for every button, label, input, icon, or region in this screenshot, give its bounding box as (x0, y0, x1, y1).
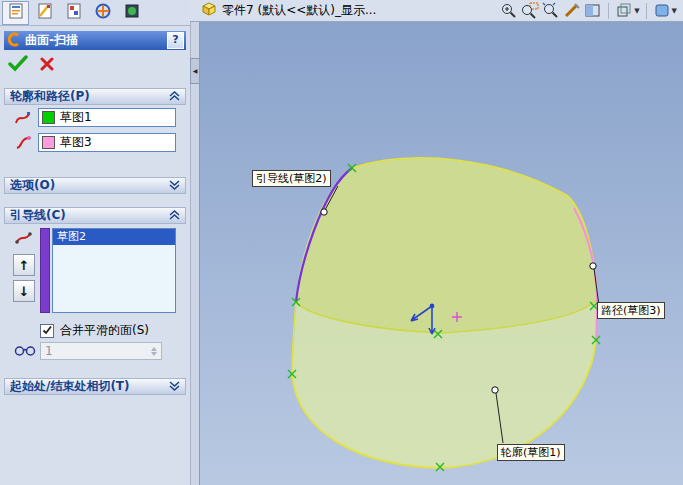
profile-color-swatch (42, 111, 55, 124)
move-up-button[interactable]: ↑ (13, 254, 35, 276)
merge-faces-row: 合并平滑的面(S) (40, 322, 149, 339)
document-info: 零件7 (默认<<默认)_显示... (202, 2, 376, 19)
chevron-down-icon (169, 380, 180, 394)
help-button[interactable]: ? (167, 32, 184, 49)
sweep-surface-icon (6, 32, 21, 50)
guide-attach-point (321, 209, 327, 215)
move-down-button[interactable]: ↓ (13, 280, 35, 302)
viewport-header: 零件7 (默认<<默认)_显示... ▼ (190, 0, 683, 22)
group-label: 选项(O) (10, 177, 169, 194)
path-icon (14, 135, 32, 151)
view-orientation-icon[interactable]: ▼ (615, 2, 639, 19)
document-title: 零件7 (默认<<默认)_显示... (222, 2, 376, 19)
panel-title: 曲面-扫描 (25, 32, 167, 49)
profile-attach-point (492, 387, 498, 393)
guide-curve-icon (15, 230, 33, 246)
list-item-selected[interactable]: 草图2 (53, 229, 175, 245)
tab-featuremanager[interactable] (31, 1, 58, 25)
cancel-icon (40, 60, 54, 74)
property-manager-panel: 曲面-扫描 ? 轮廓和路径(P) (0, 26, 190, 485)
group-header-options[interactable]: 选项(O) (4, 177, 186, 194)
group-label: 引导线(C) (10, 207, 169, 224)
select-wand-icon[interactable] (563, 2, 581, 19)
configurationmanager-tab-icon (65, 2, 83, 23)
toolbar-separator (646, 3, 647, 19)
dimxpertmanager-tab-icon (94, 2, 112, 23)
group-header-profile-path[interactable]: 轮廓和路径(P) (4, 88, 186, 105)
section-view-icon[interactable] (584, 2, 602, 19)
down-arrow-icon: ↓ (19, 284, 30, 299)
path-attach-point (590, 263, 596, 269)
show-sections-spinner[interactable]: 1 (40, 342, 162, 360)
checkmark-icon (42, 324, 52, 338)
zoom-fit-icon[interactable] (542, 2, 560, 19)
guide-color-bar (40, 228, 50, 313)
path-field[interactable]: 草图3 (38, 133, 176, 152)
profile-icon (14, 110, 32, 126)
display-style-icon[interactable]: ▼ (653, 2, 677, 19)
chevron-down-icon: ▼ (672, 7, 677, 15)
merge-faces-checkbox[interactable] (40, 324, 54, 338)
tab-dimxpertmanager[interactable] (89, 1, 116, 25)
group-label: 起始处/结束处相切(T) (10, 378, 169, 395)
tab-propertymanager[interactable] (2, 1, 29, 25)
part-icon (202, 2, 217, 19)
up-arrow-icon: ↑ (19, 258, 30, 273)
profile-field[interactable]: 草图1 (38, 108, 176, 127)
merge-faces-label: 合并平滑的面(S) (60, 322, 149, 339)
panel-collapse-button[interactable]: ◀ (190, 58, 200, 84)
zoom-in-out-icon[interactable] (500, 2, 518, 19)
ok-button[interactable] (8, 55, 28, 75)
manager-tabbar (0, 0, 190, 26)
chevron-down-icon: ▼ (634, 7, 639, 15)
toolbar-separator (608, 3, 609, 19)
eyeglasses-icon[interactable] (14, 344, 32, 360)
callout-guide-curve[interactable]: 引导线(草图2) (252, 170, 331, 187)
spinner-arrows-icon[interactable] (151, 347, 157, 356)
spinner-value: 1 (45, 344, 53, 358)
view-toolbar: ▼ ▼ (500, 2, 677, 19)
panel-splitter[interactable] (190, 22, 200, 485)
graphics-viewport[interactable] (200, 22, 683, 485)
propertymanager-tab-icon (7, 2, 25, 23)
tab-configurationmanager[interactable] (60, 1, 87, 25)
path-value: 草图3 (60, 134, 92, 151)
group-header-guide-curves[interactable]: 引导线(C) (4, 207, 186, 224)
viewport-canvas (200, 22, 683, 485)
callout-profile[interactable]: 轮廓(草图1) (497, 444, 565, 461)
profile-value: 草图1 (60, 109, 92, 126)
app-window: 曲面-扫描 ? 轮廓和路径(P) (0, 0, 683, 485)
collapse-left-icon: ◀ (193, 67, 198, 74)
group-header-tangency[interactable]: 起始处/结束处相切(T) (4, 378, 186, 395)
callout-path[interactable]: 路径(草图3) (597, 302, 665, 319)
cancel-button[interactable] (40, 57, 54, 74)
chevron-down-icon (169, 179, 180, 193)
guide-curves-listbox[interactable]: 草图2 (52, 228, 176, 313)
path-color-swatch (42, 136, 55, 149)
group-label: 轮廓和路径(P) (10, 88, 169, 105)
panel-title-bar: 曲面-扫描 ? (4, 31, 186, 50)
tab-displaymanager[interactable] (118, 1, 145, 25)
zoom-area-icon[interactable] (521, 2, 539, 19)
featuremanager-tab-icon (36, 2, 54, 23)
ok-cancel-row (8, 54, 54, 76)
chevron-up-icon (169, 209, 180, 223)
check-icon (8, 61, 28, 75)
swept-surface-back-face[interactable] (296, 158, 597, 333)
displaymanager-tab-icon (123, 2, 141, 23)
chevron-up-icon (169, 90, 180, 104)
